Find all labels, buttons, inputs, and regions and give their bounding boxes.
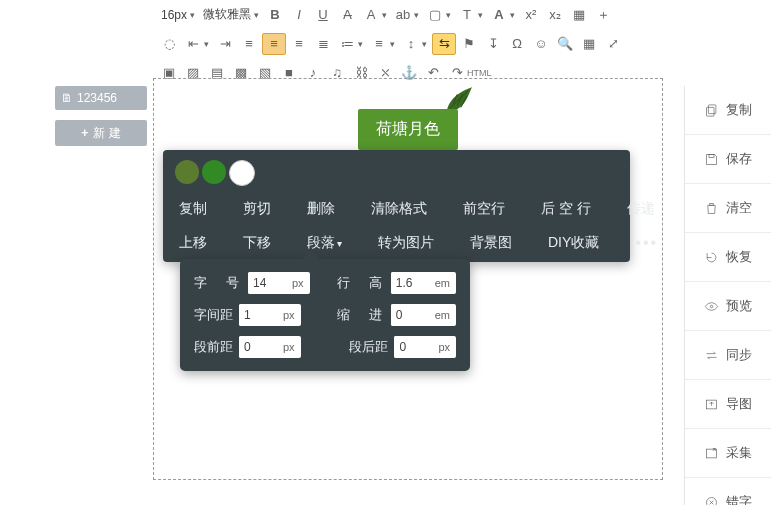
svg-rect-1 [707,107,715,116]
input-font-size[interactable] [248,272,292,294]
menu-cut[interactable]: 剪切 [239,200,275,218]
side-sync[interactable]: 同步 [685,331,771,380]
unit: em [435,277,456,289]
font-size-select[interactable]: 16px [158,8,190,22]
menu-delete[interactable]: 删除 [303,200,339,218]
menu-diy-fav[interactable]: DIY收藏 [544,234,603,252]
menu-more[interactable]: ••• [631,234,662,252]
flag-icon[interactable]: ⚑ [458,34,480,54]
file-tab[interactable]: 🗎 123456 [55,86,147,110]
input-letter-spacing[interactable] [239,304,283,326]
label-line-height: 行 高 [337,274,385,292]
label-indent: 缩 进 [337,306,385,324]
svg-rect-2 [709,154,714,157]
swatch-olive[interactable] [175,160,199,184]
line-height-icon[interactable]: ≡ [368,34,390,54]
highlight-icon[interactable]: ab [392,5,414,25]
input-space-after[interactable] [394,336,438,358]
unit: px [283,309,301,321]
text-tool-icon[interactable]: T [456,5,478,25]
svg-point-3 [710,305,713,308]
omega-icon[interactable]: Ω [506,34,528,54]
label-space-after: 段后距 [349,338,388,356]
align-left-icon[interactable]: ≡ [238,34,260,54]
insert-icon[interactable]: ＋ [592,5,614,25]
table-icon[interactable]: ▦ [578,34,600,54]
editor-toolbar: 16px▾ 微软雅黑▾ B I U A̶ A▾ ab▾ ▢▾ T▾ A▾ x² … [153,0,771,87]
pin-icon[interactable]: ↧ [482,34,504,54]
find-icon[interactable]: 🔍 [554,34,576,54]
input-line-height[interactable] [391,272,435,294]
svg-rect-0 [708,104,716,113]
eraser-icon[interactable]: ◌ [158,34,180,54]
file-icon: 🗎 [61,86,73,110]
subscript-icon[interactable]: x₂ [544,5,566,25]
spacing-icon[interactable]: ↕ [400,34,422,54]
new-button[interactable]: + 新 建 [55,120,147,146]
list-ordered-icon[interactable]: ≔ [336,34,358,54]
menu-transfer[interactable]: 传递 [623,200,659,218]
fill-color-icon[interactable]: ▢ [424,5,446,25]
align-right-icon[interactable]: ≡ [288,34,310,54]
menu-to-image[interactable]: 转为图片 [374,234,438,252]
emoji-icon[interactable]: ☺ [530,34,552,54]
chevron-down-icon: ▾ [337,238,342,249]
label-letter-spacing: 字间距 [194,306,233,324]
svg-point-6 [707,497,717,505]
menu-copy[interactable]: 复制 [175,200,211,218]
right-sidebar: 复制 保存 清空 恢复 预览 同步 导图 采集 错字 [684,86,771,505]
side-restore[interactable]: 恢复 [685,233,771,282]
input-space-before[interactable] [239,336,283,358]
unit: px [438,341,456,353]
underline-icon[interactable]: U [312,5,334,25]
side-collect[interactable]: 采集 [685,429,771,478]
direction-icon[interactable]: ⇆ [432,33,456,55]
left-sidebar: 🗎 123456 + 新 建 [55,86,147,146]
menu-move-down[interactable]: 下移 [239,234,275,252]
italic-icon[interactable]: I [288,5,310,25]
side-spellcheck[interactable]: 错字 [685,478,771,505]
unit: px [283,341,301,353]
strike-icon[interactable]: A̶ [336,5,358,25]
title-block[interactable]: 荷塘月色 [358,109,458,150]
swatch-green[interactable] [202,160,226,184]
bold-icon[interactable]: B [264,5,286,25]
swatch-white[interactable] [229,160,255,186]
indent-left-icon[interactable]: ⇤ [182,34,204,54]
plus-icon: + [81,120,88,146]
side-preview[interactable]: 预览 [685,282,771,331]
chevron-down-icon[interactable]: ▾ [254,10,262,20]
side-clear[interactable]: 清空 [685,184,771,233]
font-caps-icon[interactable]: A [488,5,510,25]
source-icon[interactable]: HTML [467,68,492,78]
paragraph-panel: 字 号 px 行 高 em 字间距 px 缩 进 em 段前距 px 段后距 p… [180,259,470,371]
input-indent[interactable] [391,304,435,326]
label-font-size: 字 号 [194,274,242,292]
align-justify-icon[interactable]: ≣ [312,34,334,54]
side-export-image[interactable]: 导图 [685,380,771,429]
side-copy[interactable]: 复制 [685,86,771,135]
menu-blank-before[interactable]: 前空行 [459,200,509,218]
label-space-before: 段前距 [194,338,233,356]
unit: em [435,309,456,321]
indent-right-icon[interactable]: ⇥ [214,34,236,54]
grid-icon[interactable]: ▦ [568,5,590,25]
font-color-icon[interactable]: A [360,5,382,25]
context-menu: 复制 剪切 删除 清除格式 前空行 后 空 行 传递 上移 下移 段落▾ 转为图… [163,150,630,262]
side-save[interactable]: 保存 [685,135,771,184]
expand-icon[interactable]: ⤢ [602,34,624,54]
menu-blank-after[interactable]: 后 空 行 [537,200,595,218]
superscript-icon[interactable]: x² [520,5,542,25]
align-center-icon[interactable]: ≡ [262,33,286,55]
unit: px [292,277,310,289]
color-swatches [163,150,630,192]
file-tab-label: 123456 [77,86,117,110]
menu-move-up[interactable]: 上移 [175,234,211,252]
font-family-select[interactable]: 微软雅黑 [200,6,254,23]
menu-bg-image[interactable]: 背景图 [466,234,516,252]
menu-clear-format[interactable]: 清除格式 [367,200,431,218]
chevron-down-icon[interactable]: ▾ [190,10,198,20]
new-button-label: 新 建 [93,120,120,146]
